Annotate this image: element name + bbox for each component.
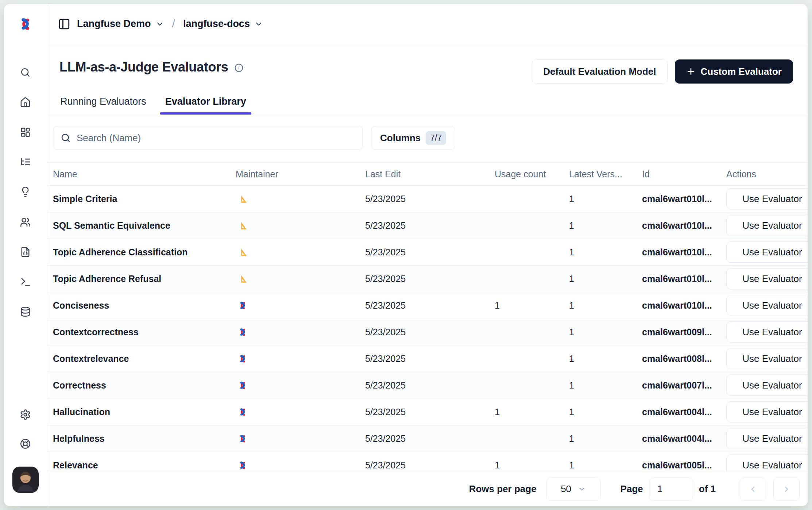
latest-version: 1 [569,380,642,391]
maintainer-cell [236,194,365,204]
sidebar-item-tracing[interactable] [19,156,32,168]
previous-page-button[interactable] [740,478,766,501]
use-evaluator-button[interactable]: Use Evaluator [726,268,808,289]
columns-label: Columns [380,132,421,144]
column-header-id: Id [642,169,726,179]
evaluator-id: cmal6wart010l... [642,194,726,204]
latest-version: 1 [569,460,642,471]
search-input[interactable] [77,132,355,144]
info-icon[interactable] [234,63,244,73]
chevron-down-icon [155,20,164,28]
table-row[interactable]: Topic Adherence Refusal 5/23/20251cmal6w… [47,266,808,292]
latest-version: 1 [569,274,642,284]
sidebar-item-evaluation[interactable] [19,186,32,198]
rows-per-page-select[interactable]: 50 [546,478,601,501]
knot-logo-icon [238,301,248,310]
playground-terminal-icon [20,276,31,287]
latest-version: 1 [569,247,642,258]
table-row[interactable]: Contextrelevance 5/23/20251cmal6wart008l… [47,345,808,372]
table-header-row: NameMaintainerLast EditUsage countLatest… [47,162,808,186]
evaluator-name: Contextcorrectness [53,327,236,337]
sidebar-item-search[interactable] [19,66,32,78]
evaluator-id: cmal6wart010l... [642,300,726,311]
column-header-maintainer: Maintainer [236,169,365,179]
knot-logo-icon [238,380,248,390]
next-page-button[interactable] [773,478,800,501]
use-evaluator-button[interactable]: Use Evaluator [726,401,808,422]
sidebar-item-prompts[interactable] [19,246,32,258]
use-evaluator-button[interactable]: Use Evaluator [726,455,808,472]
custom-evaluator-button[interactable]: Custom Evaluator [675,59,793,84]
users-icon [20,216,31,228]
use-evaluator-button[interactable]: Use Evaluator [726,428,808,449]
use-evaluator-button[interactable]: Use Evaluator [726,321,808,343]
dashboards-icon [20,127,31,138]
last-edit: 5/23/2025 [365,380,495,391]
table-row[interactable]: Conciseness 5/23/202511cmal6wart010l...U… [47,292,808,319]
last-edit: 5/23/2025 [365,274,495,284]
page-head: LLM-as-a-Judge Evaluators Default Evalua… [47,44,808,84]
rows-per-page-label: Rows per page [469,483,537,495]
evaluator-name: Conciseness [53,300,236,311]
evaluator-id: cmal6wart004l... [642,407,726,417]
latest-version: 1 [569,407,642,417]
breadcrumb-resource[interactable]: langfuse-docs [183,18,263,30]
default-evaluation-model-button[interactable]: Default Evaluation Model [532,59,667,84]
actions-cell: Use Evaluator [726,428,808,449]
user-avatar[interactable] [12,467,39,493]
maintainer-cell [236,221,365,231]
maintainer-cell [236,274,365,284]
sidebar-item-settings[interactable] [19,408,32,421]
sidebar-item-users[interactable] [19,216,32,228]
latest-version: 1 [569,220,642,231]
sidebar-item-support[interactable] [19,437,32,450]
table-row[interactable]: Hallucination 5/23/202511cmal6wart004l..… [47,399,808,425]
chevron-left-icon [749,485,757,494]
use-evaluator-button[interactable]: Use Evaluator [726,188,808,209]
table-row[interactable]: Correctness 5/23/20251cmal6wart007l...Us… [47,372,808,399]
maintainer-cell [236,301,365,310]
breadcrumb-separator: / [172,18,175,30]
actions-cell: Use Evaluator [726,321,808,343]
page-of-label: of 1 [699,483,716,495]
last-edit: 5/23/2025 [365,194,495,204]
chevron-down-icon [254,20,263,28]
topbar: Langfuse Demo / langfuse-docs [47,4,808,44]
table-row[interactable]: Relevance 5/23/202511cmal6wart005l...Use… [47,452,808,472]
latest-version: 1 [569,327,642,337]
use-evaluator-button[interactable]: Use Evaluator [726,375,808,396]
search-icon [61,133,71,143]
tab-evaluator-library[interactable]: Evaluator Library [165,96,246,114]
knot-logo-icon [238,354,248,364]
table-row[interactable]: Topic Adherence Classification 5/23/2025… [47,239,808,266]
table-row[interactable]: Helpfulness 5/23/20251cmal6wart004l...Us… [47,425,808,452]
maintainer-cell [236,407,365,417]
table-row[interactable]: SQL Semantic Equivalence 5/23/20251cmal6… [47,212,808,239]
columns-button[interactable]: Columns 7/7 [371,126,455,150]
maintainer-cell [236,247,365,257]
sidebar-toggle-icon[interactable] [58,18,70,30]
latest-version: 1 [569,433,642,444]
evaluator-name: Simple Criteria [53,194,236,204]
table-row[interactable]: Contextcorrectness 5/23/20251cmal6wart00… [47,319,808,345]
sidebar-item-datasets[interactable] [19,305,32,318]
avatar-photo [12,467,39,493]
sidebar-item-dashboards[interactable] [19,126,32,138]
column-header-actions: Actions [726,169,808,179]
evaluator-name: Helpfulness [53,433,236,444]
breadcrumb-resource-label: langfuse-docs [183,18,250,30]
use-evaluator-button[interactable]: Use Evaluator [726,295,808,316]
sidebar-item-home[interactable] [19,96,32,108]
tab-running-evaluators[interactable]: Running Evaluators [60,96,146,114]
use-evaluator-button[interactable]: Use Evaluator [726,242,808,263]
page-number-input[interactable] [649,478,693,501]
actions-cell: Use Evaluator [726,348,808,369]
use-evaluator-button[interactable]: Use Evaluator [726,348,808,369]
breadcrumb-project[interactable]: Langfuse Demo [77,18,164,30]
sidebar-item-playground[interactable] [19,275,32,288]
use-evaluator-button[interactable]: Use Evaluator [726,215,808,236]
table-row[interactable]: Simple Criteria 5/23/20251cmal6wart010l.… [47,186,808,212]
main-area: Langfuse Demo / langfuse-docs LLM-as-a-J… [47,4,808,506]
evaluator-name: Topic Adherence Refusal [53,274,236,284]
maintainer-cell [236,354,365,364]
